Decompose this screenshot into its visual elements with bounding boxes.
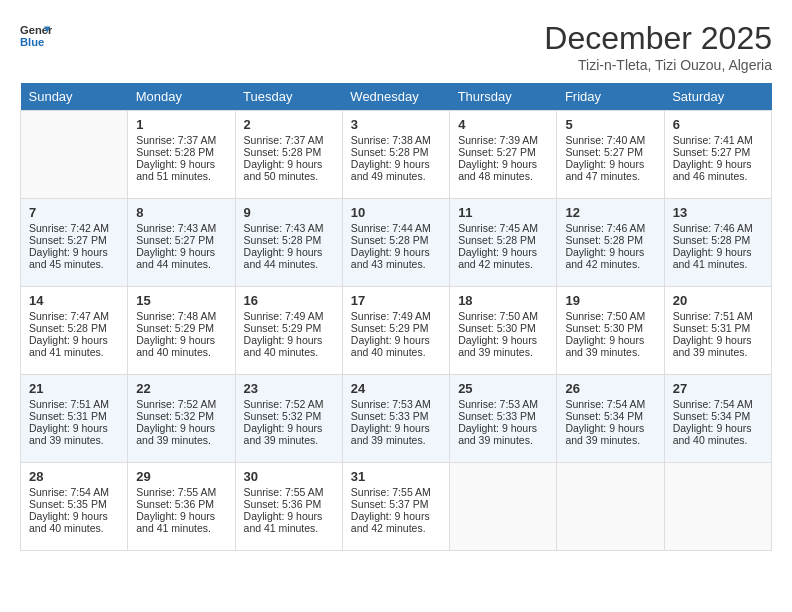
day-info-line: and 42 minutes. — [458, 258, 548, 270]
calendar-cell: 17Sunrise: 7:49 AMSunset: 5:29 PMDayligh… — [342, 287, 449, 375]
col-header-friday: Friday — [557, 83, 664, 111]
calendar-table: SundayMondayTuesdayWednesdayThursdayFrid… — [20, 83, 772, 551]
day-info-line: Daylight: 9 hours — [673, 158, 763, 170]
day-info-line: Sunset: 5:36 PM — [244, 498, 334, 510]
title-area: December 2025 Tizi-n-Tleta, Tizi Ouzou, … — [544, 20, 772, 73]
day-info-line: Sunrise: 7:46 AM — [673, 222, 763, 234]
calendar-cell: 4Sunrise: 7:39 AMSunset: 5:27 PMDaylight… — [450, 111, 557, 199]
calendar-cell: 20Sunrise: 7:51 AMSunset: 5:31 PMDayligh… — [664, 287, 771, 375]
day-info-line: Sunset: 5:29 PM — [351, 322, 441, 334]
day-info-line: Daylight: 9 hours — [29, 334, 119, 346]
calendar-cell: 22Sunrise: 7:52 AMSunset: 5:32 PMDayligh… — [128, 375, 235, 463]
day-info-line: Sunrise: 7:55 AM — [136, 486, 226, 498]
day-info-line: Sunset: 5:34 PM — [565, 410, 655, 422]
day-info-line: Sunset: 5:36 PM — [136, 498, 226, 510]
day-number: 11 — [458, 205, 548, 220]
week-row-2: 7Sunrise: 7:42 AMSunset: 5:27 PMDaylight… — [21, 199, 772, 287]
day-info-line: Sunset: 5:28 PM — [244, 146, 334, 158]
day-info-line: and 49 minutes. — [351, 170, 441, 182]
calendar-cell: 26Sunrise: 7:54 AMSunset: 5:34 PMDayligh… — [557, 375, 664, 463]
logo-icon: General Blue — [20, 20, 52, 52]
day-info-line: and 39 minutes. — [565, 346, 655, 358]
day-info-line: Sunrise: 7:37 AM — [136, 134, 226, 146]
day-info-line: and 43 minutes. — [351, 258, 441, 270]
calendar-cell: 31Sunrise: 7:55 AMSunset: 5:37 PMDayligh… — [342, 463, 449, 551]
day-info-line: Sunrise: 7:50 AM — [458, 310, 548, 322]
day-info-line: Sunset: 5:32 PM — [244, 410, 334, 422]
day-info-line: Daylight: 9 hours — [458, 422, 548, 434]
calendar-cell: 11Sunrise: 7:45 AMSunset: 5:28 PMDayligh… — [450, 199, 557, 287]
day-info-line: and 40 minutes. — [136, 346, 226, 358]
day-number: 30 — [244, 469, 334, 484]
col-header-sunday: Sunday — [21, 83, 128, 111]
day-info-line: and 40 minutes. — [351, 346, 441, 358]
day-info-line: Sunrise: 7:42 AM — [29, 222, 119, 234]
day-info-line: Sunrise: 7:53 AM — [458, 398, 548, 410]
day-info-line: Sunrise: 7:49 AM — [244, 310, 334, 322]
day-info-line: Sunrise: 7:51 AM — [673, 310, 763, 322]
day-info-line: and 50 minutes. — [244, 170, 334, 182]
day-info-line: Sunset: 5:33 PM — [458, 410, 548, 422]
day-info-line: Sunset: 5:29 PM — [244, 322, 334, 334]
day-info-line: Daylight: 9 hours — [565, 334, 655, 346]
calendar-cell — [557, 463, 664, 551]
calendar-cell: 7Sunrise: 7:42 AMSunset: 5:27 PMDaylight… — [21, 199, 128, 287]
day-info-line: Sunrise: 7:45 AM — [458, 222, 548, 234]
day-info-line: Sunrise: 7:54 AM — [29, 486, 119, 498]
calendar-cell: 28Sunrise: 7:54 AMSunset: 5:35 PMDayligh… — [21, 463, 128, 551]
day-info-line: Daylight: 9 hours — [136, 510, 226, 522]
day-number: 6 — [673, 117, 763, 132]
day-info-line: Daylight: 9 hours — [673, 246, 763, 258]
day-number: 4 — [458, 117, 548, 132]
calendar-cell: 29Sunrise: 7:55 AMSunset: 5:36 PMDayligh… — [128, 463, 235, 551]
day-info-line: Sunset: 5:37 PM — [351, 498, 441, 510]
day-info-line: Sunrise: 7:52 AM — [136, 398, 226, 410]
day-info-line: Sunset: 5:31 PM — [29, 410, 119, 422]
day-info-line: and 39 minutes. — [458, 434, 548, 446]
day-number: 23 — [244, 381, 334, 396]
day-info-line: Sunrise: 7:39 AM — [458, 134, 548, 146]
day-number: 13 — [673, 205, 763, 220]
day-info-line: Daylight: 9 hours — [244, 158, 334, 170]
calendar-cell: 3Sunrise: 7:38 AMSunset: 5:28 PMDaylight… — [342, 111, 449, 199]
calendar-cell: 23Sunrise: 7:52 AMSunset: 5:32 PMDayligh… — [235, 375, 342, 463]
day-info-line: and 39 minutes. — [136, 434, 226, 446]
col-header-tuesday: Tuesday — [235, 83, 342, 111]
day-number: 24 — [351, 381, 441, 396]
day-info-line: and 44 minutes. — [136, 258, 226, 270]
day-info-line: Daylight: 9 hours — [244, 246, 334, 258]
calendar-cell: 21Sunrise: 7:51 AMSunset: 5:31 PMDayligh… — [21, 375, 128, 463]
day-number: 8 — [136, 205, 226, 220]
day-info-line: and 41 minutes. — [136, 522, 226, 534]
day-info-line: and 42 minutes. — [565, 258, 655, 270]
day-info-line: Daylight: 9 hours — [565, 158, 655, 170]
day-info-line: and 40 minutes. — [673, 434, 763, 446]
calendar-cell: 12Sunrise: 7:46 AMSunset: 5:28 PMDayligh… — [557, 199, 664, 287]
day-info-line: Sunset: 5:28 PM — [565, 234, 655, 246]
day-info-line: Sunset: 5:30 PM — [458, 322, 548, 334]
day-number: 29 — [136, 469, 226, 484]
day-info-line: Sunrise: 7:49 AM — [351, 310, 441, 322]
day-number: 2 — [244, 117, 334, 132]
day-number: 10 — [351, 205, 441, 220]
day-info-line: Sunset: 5:28 PM — [244, 234, 334, 246]
day-number: 15 — [136, 293, 226, 308]
day-info-line: Sunrise: 7:52 AM — [244, 398, 334, 410]
calendar-cell: 2Sunrise: 7:37 AMSunset: 5:28 PMDaylight… — [235, 111, 342, 199]
day-info-line: Sunset: 5:28 PM — [351, 234, 441, 246]
day-info-line: Daylight: 9 hours — [136, 334, 226, 346]
day-info-line: and 41 minutes. — [244, 522, 334, 534]
day-info-line: Daylight: 9 hours — [351, 158, 441, 170]
location-subtitle: Tizi-n-Tleta, Tizi Ouzou, Algeria — [544, 57, 772, 73]
day-info-line: Daylight: 9 hours — [565, 422, 655, 434]
day-info-line: and 47 minutes. — [565, 170, 655, 182]
day-number: 9 — [244, 205, 334, 220]
week-row-5: 28Sunrise: 7:54 AMSunset: 5:35 PMDayligh… — [21, 463, 772, 551]
day-number: 26 — [565, 381, 655, 396]
day-info-line: Sunrise: 7:50 AM — [565, 310, 655, 322]
day-info-line: Sunset: 5:31 PM — [673, 322, 763, 334]
col-header-thursday: Thursday — [450, 83, 557, 111]
week-row-4: 21Sunrise: 7:51 AMSunset: 5:31 PMDayligh… — [21, 375, 772, 463]
day-info-line: Sunset: 5:28 PM — [673, 234, 763, 246]
day-info-line: Sunset: 5:27 PM — [458, 146, 548, 158]
